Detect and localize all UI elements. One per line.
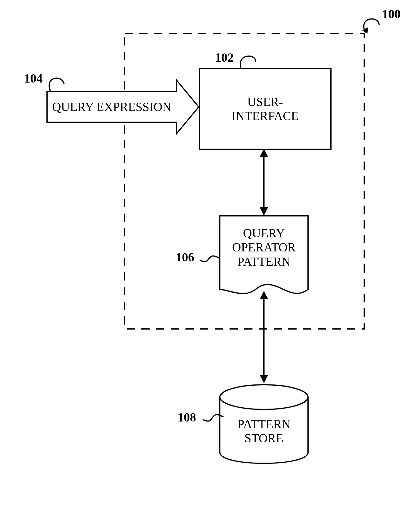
diagram-stage: 100 USER- INTERFACE 102 QUERY EXPRESSION… xyxy=(0,0,420,514)
leader-108 xyxy=(0,0,420,514)
ref-108: 108 xyxy=(178,411,196,424)
